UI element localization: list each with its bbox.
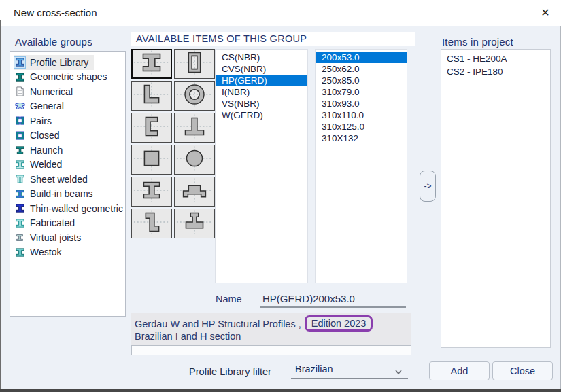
profile-library-filter-select[interactable]: Brazilian (291, 361, 408, 379)
general-icon (14, 101, 25, 111)
group-item-label: Westok (30, 247, 61, 257)
group-item-label: Haunch (30, 145, 63, 156)
description-line2: Brazilian I and H section (135, 331, 241, 342)
tee-icon (176, 113, 213, 142)
size-item-310x79-0[interactable]: 310x79.0 (316, 86, 407, 98)
description-line1: Gerdau W and HP Structural Profiles ,Edi… (135, 316, 373, 332)
fabricated-icon (14, 217, 25, 228)
family-item-cs-nbr[interactable]: CS(NBR) (216, 52, 307, 63)
shape-type-grid (131, 49, 215, 238)
description-footer-strip (131, 345, 411, 355)
description-line1-text: Gerdau W and HP Structural Profiles , (135, 319, 301, 329)
size-item-250x62-0[interactable]: 250x62.0 (316, 63, 407, 75)
shape-cell-rectangular-hollow[interactable] (174, 49, 215, 79)
available-groups-list[interactable]: Profile LibraryGeometric shapesNumerical… (10, 51, 126, 317)
name-field[interactable]: HP(GERD)200x53.0 (262, 293, 355, 304)
shape-cell-i-section[interactable] (131, 49, 172, 79)
group-item-label: Numerical (30, 86, 73, 97)
circle-solid-icon (176, 145, 213, 174)
shape-cell-i-section-rounded[interactable] (131, 177, 172, 207)
channel-icon (133, 113, 170, 142)
build-in-beams-icon (14, 188, 25, 199)
welded-icon (14, 159, 25, 170)
group-item-general[interactable]: General (10, 99, 125, 114)
name-field-underline (260, 306, 406, 308)
rectangle-solid-icon (133, 145, 170, 174)
add-to-project-button[interactable]: -> (420, 171, 436, 202)
close-dialog-button[interactable]: Close (492, 361, 553, 380)
size-item-310x93-0[interactable]: 310x93.0 (316, 98, 407, 109)
rectangular-hollow-icon (176, 50, 213, 78)
group-item-label: Sheet welded (30, 174, 88, 185)
add-button-label: Add (451, 366, 469, 376)
group-item-numerical[interactable]: Numerical (10, 84, 125, 99)
group-item-build-in-beams[interactable]: Build-in beams (10, 187, 125, 202)
items-in-project-header: Items in project (442, 36, 513, 48)
family-item-w-gerd[interactable]: W(GERD) (216, 109, 307, 121)
size-item-310x125-0[interactable]: 310x125.0 (316, 121, 407, 132)
available-items-header: AVAILABLE ITEMS OF THIS GROUP (136, 33, 307, 44)
shape-cell-rectangle-solid[interactable] (131, 145, 172, 175)
angle-icon (133, 82, 170, 110)
family-list[interactable]: CS(NBR)CVS(NBR)HP(GERD)I(NBR)VS(NBR)W(GE… (215, 49, 308, 283)
sheet-welded-icon (14, 174, 25, 185)
shape-cell-angle[interactable] (131, 81, 172, 111)
group-item-virtual-joists[interactable]: Virtual joists (10, 230, 125, 245)
group-item-fabricated[interactable]: Fabricated (10, 216, 125, 231)
thin-walled-icon (14, 203, 25, 214)
shape-cell-circular-hollow[interactable] (174, 81, 215, 111)
geometric-shapes-icon (14, 71, 25, 82)
group-item-welded[interactable]: Welded (10, 158, 125, 173)
group-item-sheet-welded[interactable]: Sheet welded (10, 172, 125, 187)
virtual-joists-icon (14, 232, 25, 243)
shape-cell-circle-solid[interactable] (174, 145, 215, 175)
i-section-rounded-icon (133, 177, 170, 206)
items-in-project-list[interactable]: CS1 - HE200ACS2 - IPE180 (441, 49, 551, 348)
family-item-i-nbr[interactable]: I(NBR) (216, 86, 307, 98)
size-item-310x110-0[interactable]: 310x110.0 (316, 109, 407, 121)
project-item-cs1-he200a[interactable]: CS1 - HE200A (447, 53, 550, 66)
numerical-icon (14, 86, 25, 97)
size-item-250x85-0[interactable]: 250x85.0 (316, 75, 407, 86)
available-items-header-strip: AVAILABLE ITEMS OF THIS GROUP (131, 32, 415, 46)
family-item-cvs-nbr[interactable]: CVS(NBR) (216, 63, 307, 75)
size-item-310x132[interactable]: 310X132 (316, 132, 407, 144)
close-button[interactable]: ✕ (535, 3, 556, 22)
circular-hollow-icon (176, 82, 213, 110)
group-item-closed[interactable]: Closed (10, 128, 125, 143)
size-item-200x53-0[interactable]: 200x53.0 (316, 52, 407, 63)
group-item-label: Welded (30, 159, 62, 170)
close-button-label: Close (510, 366, 535, 376)
group-item-label: Geometric shapes (30, 71, 107, 82)
group-item-pairs[interactable]: Pairs (10, 113, 125, 128)
add-button[interactable]: Add (429, 361, 490, 380)
shape-cell-z-section[interactable] (131, 209, 172, 238)
size-list[interactable]: 200x53.0250x62.0250x85.0310x79.0310x93.0… (315, 49, 407, 283)
group-item-label: Build-in beams (30, 188, 93, 199)
group-item-westok[interactable]: Westok (10, 245, 125, 260)
new-cross-section-dialog: New cross-section ✕ Available groups Pro… (0, 0, 561, 392)
group-item-thin-walled-geometric[interactable]: Thin-walled geometric (10, 201, 125, 216)
project-item-cs2-ipe180[interactable]: CS2 - IPE180 (447, 66, 550, 79)
group-item-haunch[interactable]: Haunch (10, 143, 125, 158)
shape-cell-hat[interactable] (174, 177, 215, 207)
family-item-vs-nbr[interactable]: VS(NBR) (216, 98, 307, 109)
group-item-label: Profile Library (30, 57, 88, 68)
shape-cell-rail[interactable] (174, 209, 215, 238)
title-bar: New cross-section ✕ (0, 0, 561, 26)
westok-icon (14, 247, 25, 257)
group-item-profile-library[interactable]: Profile Library (10, 55, 125, 70)
family-item-hp-gerd[interactable]: HP(GERD) (216, 75, 307, 86)
group-item-geometric-shapes[interactable]: Geometric shapes (10, 70, 125, 85)
group-item-label: Pairs (30, 115, 52, 126)
name-label: Name (216, 293, 242, 304)
shape-cell-channel[interactable] (131, 113, 172, 143)
group-item-label: General (30, 101, 64, 111)
haunch-icon (14, 145, 25, 156)
shape-cell-tee[interactable] (174, 113, 215, 143)
group-item-label: Closed (30, 130, 60, 141)
group-item-label: Virtual joists (30, 232, 81, 243)
filter-selected-value: Brazilian (295, 363, 333, 374)
edition-annotation: Edition 2023 (305, 315, 373, 332)
group-item-label: Thin-walled geometric (30, 203, 123, 214)
